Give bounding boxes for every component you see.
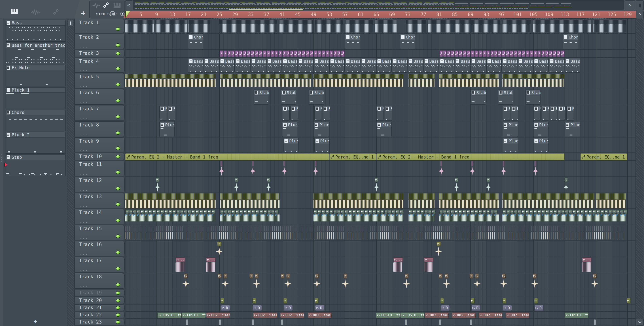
track-mute-led[interactable] xyxy=(116,67,120,71)
slide-toggle[interactable] xyxy=(120,12,124,16)
scroll-left-button[interactable]: < xyxy=(125,1,132,10)
slide-tool-icon[interactable] xyxy=(103,3,109,9)
piano-tab-icon[interactable] xyxy=(11,9,18,15)
track-mute-led[interactable] xyxy=(116,283,120,287)
pattern-item-bass2[interactable]: Bass for another track xyxy=(6,43,66,48)
track-header[interactable]: Track 12... xyxy=(74,177,124,192)
track-mute-led[interactable] xyxy=(116,291,120,295)
track-options-dots[interactable]: ... xyxy=(80,67,88,72)
track-header[interactable]: Track 21 xyxy=(74,304,124,311)
pattern-preview-notes xyxy=(6,62,64,63)
pattern-item-fx[interactable]: Fx Note xyxy=(6,65,66,70)
wave-tool-icon[interactable] xyxy=(92,3,100,10)
track-options-dots[interactable]: ... xyxy=(80,267,88,272)
track-mute-led[interactable] xyxy=(116,251,120,254)
overview-mini-clips xyxy=(135,7,571,8)
track-mute-led[interactable] xyxy=(116,219,120,222)
track-header[interactable]: Track 1... xyxy=(74,19,124,33)
track-mute-led[interactable] xyxy=(116,320,120,324)
track-mute-led[interactable] xyxy=(116,202,120,206)
pattern-item-stab[interactable]: Stab xyxy=(6,154,66,160)
track-options-dots[interactable]: ... xyxy=(80,171,88,176)
scroll-up-button[interactable]: ^ xyxy=(636,11,644,19)
timeline-ruler[interactable]: 5913172125293337414549535761656973778185… xyxy=(124,11,636,18)
track-header[interactable]: Track 15... xyxy=(74,225,124,240)
track-options-dots[interactable]: ... xyxy=(80,187,88,192)
track-mute-led[interactable] xyxy=(116,171,120,174)
ruler-bar-number: 69 xyxy=(389,12,395,17)
track-mute-led[interactable] xyxy=(116,52,120,55)
track-mute-led[interactable] xyxy=(116,313,120,317)
vertical-scrollbar-track[interactable] xyxy=(636,19,644,319)
track-mute-led[interactable] xyxy=(116,131,120,135)
track-options-dots[interactable]: ... xyxy=(80,44,88,48)
track-header[interactable]: Track 3 xyxy=(74,50,124,57)
track-options-dots[interactable]: ... xyxy=(80,219,88,224)
track-mute-led[interactable] xyxy=(116,83,120,86)
track-mute-led[interactable] xyxy=(116,146,120,150)
track-options-dots[interactable]: ... xyxy=(80,203,88,208)
playlist-grid[interactable] xyxy=(125,19,636,326)
track-header[interactable]: Track 4... xyxy=(74,58,124,73)
scroll-down-button[interactable] xyxy=(636,319,644,325)
pattern-list-scroll-thumb[interactable] xyxy=(68,20,73,27)
track-header[interactable]: Track 9... xyxy=(74,137,124,152)
track-mute-led[interactable] xyxy=(116,27,120,31)
track-mute-led[interactable] xyxy=(116,155,120,158)
add-button[interactable]: + xyxy=(79,10,88,18)
track-options-dots[interactable]: ... xyxy=(80,99,88,104)
track-mute-led[interactable] xyxy=(116,43,120,47)
pattern-preview xyxy=(6,70,66,86)
ruler-bar-number: 101 xyxy=(514,12,522,17)
track-options-dots[interactable]: ... xyxy=(80,83,88,88)
pattern-list-scrollbar[interactable] xyxy=(67,19,74,326)
track-mute-led[interactable] xyxy=(116,187,120,190)
track-header[interactable]: Track 8... xyxy=(74,121,124,137)
track-options-dots[interactable]: ... xyxy=(80,235,88,240)
track-options-dots[interactable]: ... xyxy=(80,28,88,32)
track-options-dots[interactable]: ... xyxy=(80,131,88,136)
track-options-dots[interactable]: ... xyxy=(80,115,88,120)
track-options-dots[interactable]: ... xyxy=(80,283,88,288)
track-header[interactable]: Track 5... xyxy=(74,73,124,88)
ruler-bar-number: 45 xyxy=(295,12,301,17)
track-mute-led[interactable] xyxy=(116,267,120,270)
track-header[interactable]: Track 7... xyxy=(74,105,124,121)
track-name: Track 13 xyxy=(79,194,102,199)
pattern-item-bass[interactable]: Bass xyxy=(6,20,66,26)
track-mute-led[interactable] xyxy=(116,306,120,310)
scroll-right-button[interactable]: > xyxy=(625,1,635,10)
track-options-dots[interactable]: ... xyxy=(80,147,88,151)
wave-tab-icon[interactable] xyxy=(31,10,40,16)
track-header[interactable]: Track 14... xyxy=(74,209,124,224)
link-tab-icon[interactable] xyxy=(53,9,58,16)
track-options-dots[interactable]: ... xyxy=(80,251,88,256)
pattern-item-pluck1[interactable]: Pluck 1 xyxy=(6,87,66,93)
track-header[interactable]: Track 13... xyxy=(74,193,124,208)
song-overview-strip[interactable] xyxy=(133,1,624,10)
track-header[interactable]: Track 10 xyxy=(74,153,124,160)
pattern-glyph-icon xyxy=(7,43,10,47)
track-header[interactable]: Track 22 xyxy=(74,312,124,318)
track-mute-led[interactable] xyxy=(116,299,120,302)
track-header[interactable]: Track 19 xyxy=(74,289,124,296)
track-mute-led[interactable] xyxy=(116,115,120,119)
chevron-right-icon: > xyxy=(628,3,632,8)
track-header[interactable]: Track 18... xyxy=(74,273,124,289)
add-pattern-button[interactable]: + xyxy=(31,318,39,325)
track-header[interactable]: Track 23 xyxy=(74,319,124,325)
piano-tool-icon[interactable] xyxy=(114,3,120,9)
drag-grip-icon[interactable] xyxy=(1,154,2,164)
pattern-preview-notes xyxy=(7,39,64,40)
track-header[interactable]: Track 11... xyxy=(74,161,124,176)
track-header[interactable]: Track 17... xyxy=(74,257,124,272)
track-mute-led[interactable] xyxy=(116,234,120,238)
scroll-thumb-button[interactable] xyxy=(636,1,644,10)
track-mute-led[interactable] xyxy=(116,99,120,103)
pattern-item-chord[interactable]: Chord xyxy=(6,110,66,115)
track-header[interactable]: Track 16... xyxy=(74,241,124,256)
pattern-item-pluck2[interactable]: Pluck 2 xyxy=(6,132,66,137)
track-header[interactable]: Track 20 xyxy=(74,297,124,304)
track-header[interactable]: Track 6... xyxy=(74,89,124,105)
track-header[interactable]: Track 2... xyxy=(74,34,124,49)
